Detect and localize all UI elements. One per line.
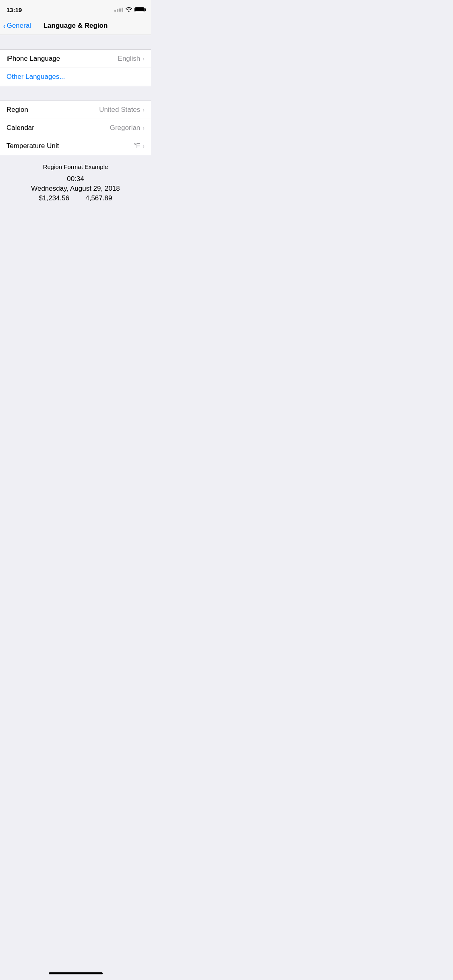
region-format-section: Region Format Example 00:34 Wednesday, A… [0, 155, 151, 214]
wifi-icon [126, 6, 132, 13]
nav-bar: ‹ General Language & Region [0, 18, 151, 35]
chevron-right-icon: › [143, 56, 145, 62]
calendar-row[interactable]: Calendar Gregorian › [0, 119, 151, 137]
section-gap-2 [0, 86, 151, 101]
temperature-value: °F › [133, 142, 145, 150]
back-button[interactable]: ‹ General [3, 21, 31, 31]
chevron-left-icon: ‹ [3, 21, 6, 31]
main-content: iPhone Language English › Other Language… [0, 35, 151, 235]
other-languages-row[interactable]: Other Languages... [0, 68, 151, 86]
section-gap-1 [0, 35, 151, 49]
region-label: Region [6, 106, 28, 114]
region-value: United States › [99, 106, 145, 114]
region-format-date: Wednesday, August 29, 2018 [6, 185, 145, 193]
back-label: General [7, 22, 31, 30]
iphone-language-row[interactable]: iPhone Language English › [0, 50, 151, 68]
region-format-time: 00:34 [6, 175, 145, 183]
status-icons [114, 6, 145, 13]
calendar-value-text: Gregorian [110, 124, 141, 132]
iphone-language-value-text: English [118, 55, 141, 63]
other-languages-label: Other Languages... [6, 73, 65, 81]
chevron-right-icon-calendar: › [143, 125, 145, 131]
region-format-number: 4,567.89 [85, 194, 112, 202]
iphone-language-label: iPhone Language [6, 55, 60, 63]
region-format-currency: $1,234.56 [39, 194, 70, 202]
region-section: Region United States › Calendar Gregoria… [0, 101, 151, 155]
temperature-value-text: °F [133, 142, 140, 150]
language-section: iPhone Language English › Other Language… [0, 49, 151, 86]
battery-icon [134, 7, 145, 12]
iphone-language-value: English › [118, 55, 145, 63]
chevron-right-icon-region: › [143, 107, 145, 113]
status-time: 13:19 [6, 6, 22, 13]
region-format-numbers: $1,234.56 4,567.89 [6, 194, 145, 202]
status-bar: 13:19 [0, 0, 151, 18]
signal-icon [114, 8, 123, 12]
region-row[interactable]: Region United States › [0, 101, 151, 119]
calendar-value: Gregorian › [110, 124, 145, 132]
temperature-row[interactable]: Temperature Unit °F › [0, 137, 151, 155]
page-title: Language & Region [43, 22, 108, 30]
region-format-title: Region Format Example [6, 163, 145, 170]
region-value-text: United States [99, 106, 140, 114]
calendar-label: Calendar [6, 124, 34, 132]
chevron-right-icon-temp: › [143, 143, 145, 149]
temperature-label: Temperature Unit [6, 142, 59, 150]
